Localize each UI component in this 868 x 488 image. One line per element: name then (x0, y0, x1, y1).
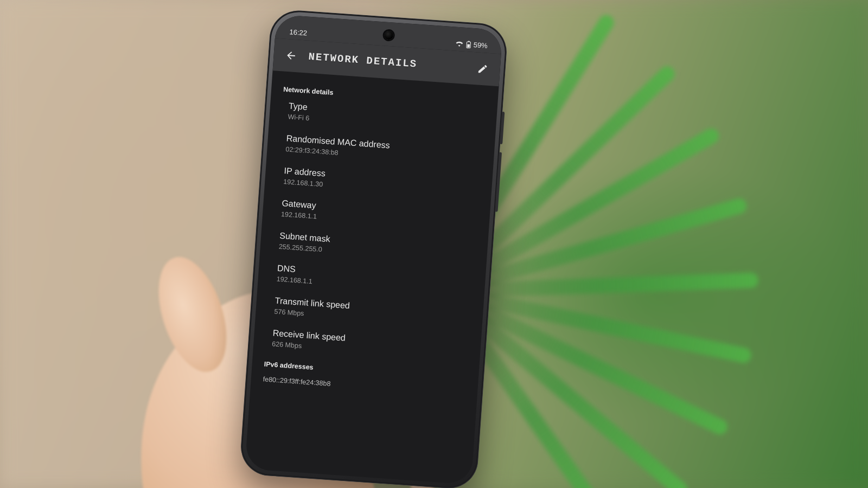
detail-gateway[interactable]: Gateway 192.168.1.1 (275, 198, 478, 232)
status-battery-percent: 59% (473, 41, 488, 50)
back-button[interactable] (283, 48, 299, 64)
battery-icon (465, 40, 471, 48)
edit-button[interactable] (475, 61, 491, 77)
detail-tx-speed[interactable]: Transmit link speed 576 Mbps (267, 296, 471, 329)
detail-type[interactable]: Type Wi-Fi 6 (281, 101, 485, 134)
detail-subnet[interactable]: Subnet mask 255.255.255.0 (272, 230, 476, 264)
pencil-icon (477, 63, 488, 75)
detail-mac[interactable]: Randomised MAC address 02:29:f3:24:38:b8 (279, 133, 483, 166)
page-title: NETWORK DETAILS (308, 51, 466, 74)
svg-rect-6 (468, 41, 470, 42)
phone: 16:22 59% NETWORK DETAILS (239, 9, 509, 488)
content-scroll[interactable]: Network details Type Wi-Fi 6 Randomised … (245, 70, 499, 484)
phone-screen: 16:22 59% NETWORK DETAILS (245, 14, 503, 484)
status-time: 16:22 (289, 28, 308, 37)
detail-ip[interactable]: IP address 192.168.1.30 (277, 165, 481, 199)
svg-rect-7 (467, 44, 470, 47)
detail-rx-speed[interactable]: Receive link speed 626 Mbps (265, 328, 469, 362)
detail-dns[interactable]: DNS 192.168.1.1 (270, 263, 474, 297)
arrow-left-icon (285, 49, 297, 62)
wifi-icon (455, 40, 464, 47)
